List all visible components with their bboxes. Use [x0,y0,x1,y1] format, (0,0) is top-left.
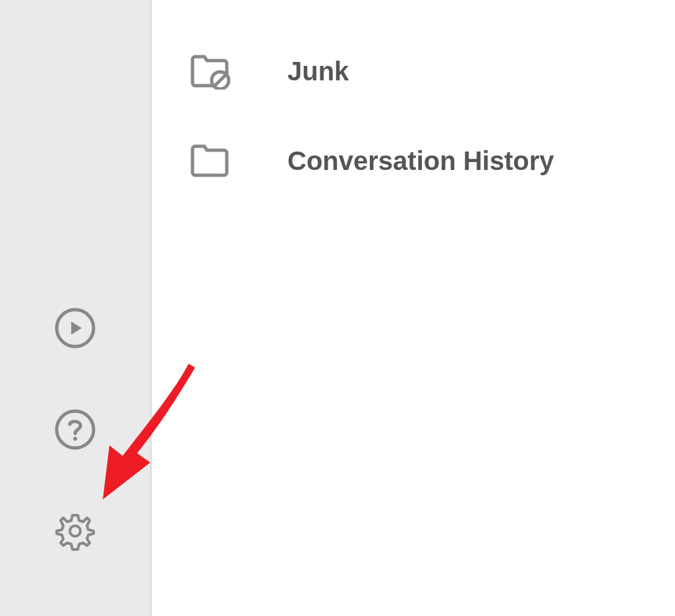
folder-item-conversation-history[interactable]: Conversation History [152,116,675,206]
gear-icon [54,510,96,555]
folder-label: Conversation History [287,146,554,176]
help-circle-icon [54,408,96,453]
play-button[interactable] [54,308,96,350]
left-sidebar [0,0,152,616]
folder-list: Junk Conversation History [152,0,675,616]
svg-point-2 [73,437,77,441]
folder-label: Junk [287,57,349,86]
help-button[interactable] [54,410,96,452]
play-circle-icon [54,307,96,352]
folder-junk-icon [189,53,231,90]
svg-point-3 [70,526,80,536]
svg-point-1 [57,411,94,448]
folder-icon [189,142,231,179]
settings-button[interactable] [54,511,96,553]
folder-item-junk[interactable]: Junk [152,26,675,116]
